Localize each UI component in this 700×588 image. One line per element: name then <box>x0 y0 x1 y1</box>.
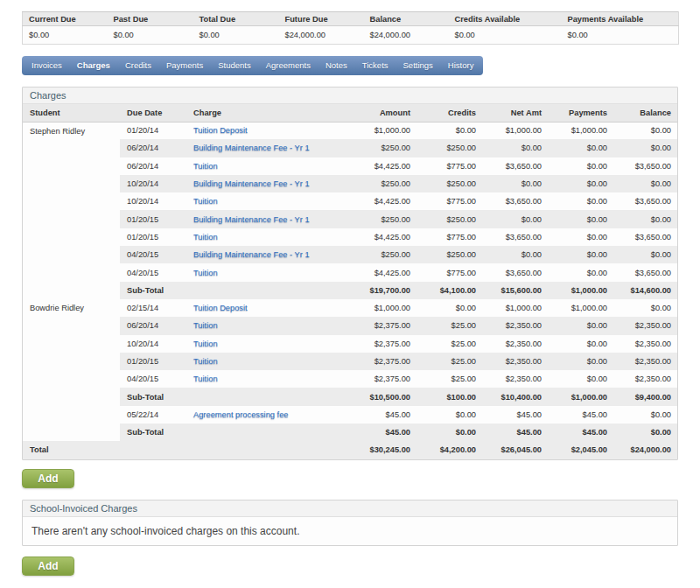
charge-link[interactable]: Tuition <box>193 162 218 171</box>
credits-cell: $0.00 <box>416 122 482 139</box>
charge-link[interactable]: Building Maintenance Fee - Yr 1 <box>193 144 310 152</box>
summary-header-row: Current DuePast DueTotal DueFuture DueBa… <box>23 12 679 26</box>
summary-col-balance: Balance <box>364 12 449 26</box>
credits-cell: $25.00 <box>416 317 482 334</box>
balance-cell: $0.00 <box>613 175 677 192</box>
tab-notes[interactable]: Notes <box>318 56 354 75</box>
payments-cell: $0.00 <box>548 246 613 263</box>
charge-cell: Tuition <box>186 228 351 246</box>
subtotal-row: Sub-Total$45.00$0.00$45.00$45.00$0.00 <box>23 424 677 441</box>
charge-row: 06/20/14Building Maintenance Fee - Yr 1$… <box>23 139 677 157</box>
amount-cell: $250.00 <box>351 175 416 192</box>
charge-link[interactable]: Tuition <box>193 197 218 206</box>
charge-link[interactable]: Building Maintenance Fee - Yr 1 <box>193 250 310 259</box>
amount-cell: $250.00 <box>351 139 416 157</box>
tab-payments[interactable]: Payments <box>158 56 210 75</box>
charge-link[interactable]: Tuition <box>193 321 218 330</box>
net-amt-cell: $3,650.00 <box>482 158 548 175</box>
credits-cell: $25.00 <box>416 353 482 370</box>
tab-tickets[interactable]: Tickets <box>354 56 396 75</box>
summary-col-payments-available: Payments Available <box>562 12 679 26</box>
charge-row: 10/20/14Building Maintenance Fee - Yr 1$… <box>23 175 677 192</box>
amount-cell: $4,425.00 <box>351 263 416 281</box>
student-name-cell: Bowdrie Ridley <box>23 299 120 406</box>
balance-cell: $3,650.00 <box>613 228 677 246</box>
subtotal-net-amt-cell: $10,400.00 <box>482 388 548 405</box>
charge-cell: Tuition <box>186 317 351 334</box>
tab-invoices[interactable]: Invoices <box>24 56 70 75</box>
charges-col-due-date: Due Date <box>120 104 186 122</box>
charge-link[interactable]: Tuition <box>193 233 218 242</box>
subtotal-balance-cell: $0.00 <box>613 424 677 441</box>
due-date-cell: 05/22/14 <box>120 406 186 424</box>
credits-cell: $250.00 <box>416 210 482 228</box>
student-name-cell: Stephen Ridley <box>23 122 120 299</box>
tab-history[interactable]: History <box>440 56 481 75</box>
charge-row: Bowdrie Ridley02/15/14Tuition Deposit$1,… <box>23 299 677 317</box>
charge-link[interactable]: Agreement processing fee <box>193 410 289 419</box>
charge-link[interactable]: Tuition Deposit <box>193 304 248 312</box>
charge-cell: Building Maintenance Fee - Yr 1 <box>186 246 351 263</box>
payments-cell: $0.00 <box>548 192 613 210</box>
account-billing-page: Current DuePast DueTotal DueFuture DueBa… <box>22 11 678 576</box>
charge-cell: Tuition Deposit <box>186 122 351 139</box>
balance-cell: $0.00 <box>613 406 677 424</box>
subtotal-net-amt-cell: $45.00 <box>482 424 548 441</box>
due-date-cell: 06/20/14 <box>120 139 186 157</box>
tab-credits[interactable]: Credits <box>117 56 158 75</box>
charge-link[interactable]: Building Maintenance Fee - Yr 1 <box>193 179 310 188</box>
charge-row: 04/20/15Building Maintenance Fee - Yr 1$… <box>23 246 677 263</box>
summary-value-credits-available: $0.00 <box>449 26 562 45</box>
net-amt-cell: $2,350.00 <box>482 370 548 388</box>
charge-row: 06/20/14Tuition$4,425.00$775.00$3,650.00… <box>23 158 677 175</box>
total-amount-cell: $30,245.00 <box>351 441 416 458</box>
add-charge-button[interactable]: Add <box>22 469 74 488</box>
amount-cell: $1,000.00 <box>351 299 416 317</box>
summary-value-total-due: $0.00 <box>193 26 279 45</box>
subtotal-spacer-cell <box>186 424 351 441</box>
balance-cell: $0.00 <box>613 210 677 228</box>
charge-row: 01/20/15Tuition$2,375.00$25.00$2,350.00$… <box>23 353 677 370</box>
charge-row: 01/20/15Building Maintenance Fee - Yr 1$… <box>23 210 677 228</box>
payments-cell: $0.00 <box>548 263 613 281</box>
amount-cell: $2,375.00 <box>351 317 416 334</box>
due-date-cell: 04/20/15 <box>120 370 186 388</box>
school-invoiced-panel: School-Invoiced Charges There aren't any… <box>22 500 678 546</box>
total-credits-cell: $4,200.00 <box>416 441 482 458</box>
subtotal-spacer-cell <box>186 282 351 299</box>
charge-link[interactable]: Tuition <box>193 340 218 348</box>
net-amt-cell: $0.00 <box>482 210 548 228</box>
amount-cell: $1,000.00 <box>351 122 416 139</box>
payments-cell: $45.00 <box>548 406 613 424</box>
charge-link[interactable]: Tuition Deposit <box>193 126 248 135</box>
tab-students[interactable]: Students <box>211 56 259 75</box>
add-school-invoiced-charge-button[interactable]: Add <box>22 556 74 576</box>
charge-link[interactable]: Tuition <box>193 357 218 366</box>
credits-cell: $0.00 <box>416 299 482 317</box>
due-date-cell: 10/20/14 <box>120 175 186 192</box>
charge-link[interactable]: Tuition <box>193 269 218 277</box>
school-invoiced-panel-title: School-Invoiced Charges <box>23 500 677 517</box>
due-date-cell: 02/15/14 <box>120 299 186 317</box>
summary-value-future-due: $24,000.00 <box>279 26 364 45</box>
payments-cell: $1,000.00 <box>548 299 613 317</box>
payments-cell: $0.00 <box>548 158 613 175</box>
amount-cell: $2,375.00 <box>351 370 416 388</box>
summary-col-total-due: Total Due <box>193 12 279 26</box>
credits-cell: $0.00 <box>416 406 482 424</box>
payments-cell: $0.00 <box>548 139 613 157</box>
credits-cell: $250.00 <box>416 175 482 192</box>
payments-cell: $1,000.00 <box>548 122 613 139</box>
tab-settings[interactable]: Settings <box>396 56 440 75</box>
charge-link[interactable]: Building Maintenance Fee - Yr 1 <box>193 215 310 224</box>
charge-link[interactable]: Tuition <box>193 374 218 383</box>
subtotal-balance-cell: $9,400.00 <box>613 388 677 405</box>
summary-col-past-due: Past Due <box>108 12 193 26</box>
credits-cell: $775.00 <box>416 228 482 246</box>
due-date-cell: 01/20/15 <box>120 353 186 370</box>
subtotal-payments-cell: $1,000.00 <box>548 388 613 405</box>
tab-charges[interactable]: Charges <box>69 56 117 75</box>
tab-agreements[interactable]: Agreements <box>258 56 318 75</box>
net-amt-cell: $45.00 <box>482 406 548 424</box>
payments-cell: $0.00 <box>548 317 613 334</box>
